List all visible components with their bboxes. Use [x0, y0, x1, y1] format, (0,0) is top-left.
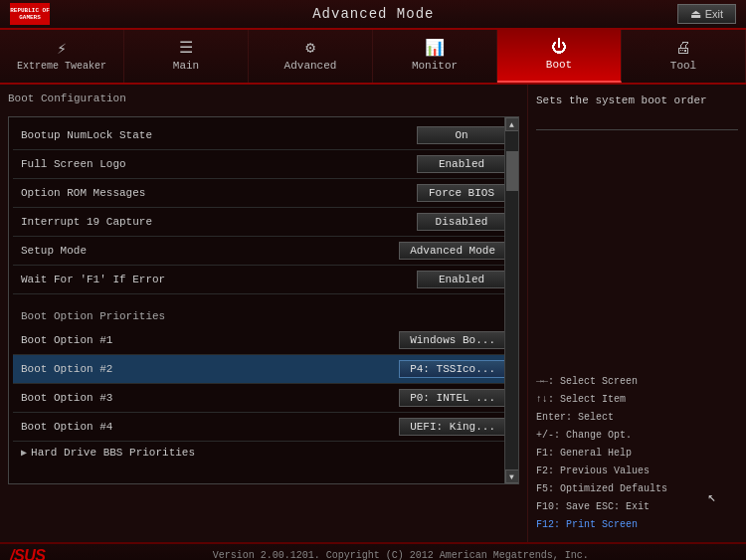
- help-text: Sets the system boot order: [536, 93, 738, 109]
- setting-label-interrupt: Interrupt 19 Capture: [21, 216, 152, 228]
- monitor-icon: 📊: [425, 41, 445, 57]
- setting-row-boot4[interactable]: Boot Option #4 UEFI: King...: [13, 413, 514, 442]
- setting-value-boot2[interactable]: P4: TSSIco...: [399, 360, 506, 378]
- tab-main-label: Main: [173, 60, 199, 72]
- setting-value-interrupt[interactable]: Disabled: [417, 213, 506, 231]
- tab-tool[interactable]: 🖨 Tool: [622, 30, 746, 83]
- setting-row-boot1[interactable]: Boot Option #1 Windows Bo...: [13, 326, 514, 355]
- exit-label: Exit: [705, 8, 723, 20]
- setting-label-boot2: Boot Option #2: [21, 363, 112, 375]
- setting-label-logo: Full Screen Logo: [21, 158, 126, 170]
- setting-label-rom: Option ROM Messages: [21, 187, 145, 199]
- main-content: Boot Configuration Bootup NumLock State …: [0, 85, 746, 542]
- settings-container: Bootup NumLock State On Full Screen Logo…: [8, 116, 519, 484]
- right-panel: Sets the system boot order →←: Select Sc…: [527, 85, 746, 542]
- top-bar: REPUBLIC OFGAMERS Advanced Mode ⏏ Exit: [0, 0, 746, 30]
- boot-icon: ⏻: [551, 40, 567, 56]
- tool-icon: 🖨: [675, 41, 691, 57]
- tab-monitor[interactable]: 📊 Monitor: [373, 30, 497, 83]
- help-divider: [536, 129, 738, 130]
- tab-main[interactable]: ☰ Main: [124, 30, 249, 83]
- tab-boot[interactable]: ⏻ Boot: [497, 30, 622, 83]
- version-text: Version 2.00.1201. Copyright (C) 2012 Am…: [65, 550, 736, 560]
- setting-value-setup-mode[interactable]: Advanced Mode: [399, 242, 506, 260]
- section-divider: [13, 294, 514, 304]
- bbs-row[interactable]: ▶ Hard Drive BBS Priorities: [13, 442, 514, 464]
- tab-advanced[interactable]: ⚙ Advanced: [249, 30, 373, 83]
- setting-label-numlock: Bootup NumLock State: [21, 129, 152, 141]
- setting-row-logo[interactable]: Full Screen Logo Enabled: [13, 150, 514, 179]
- main-icon: ☰: [179, 41, 193, 57]
- tab-tool-label: Tool: [670, 60, 696, 72]
- setting-value-f1-error[interactable]: Enabled: [417, 271, 506, 288]
- key-f2: F2: Previous Values: [536, 463, 738, 480]
- scroll-track: [505, 131, 518, 469]
- advanced-icon: ⚙: [305, 41, 315, 57]
- extreme-tweaker-icon: ⚡: [57, 42, 67, 58]
- section2-title: Boot Option Priorities: [13, 304, 514, 326]
- bbs-arrow-icon: ▶: [21, 447, 27, 459]
- tab-advanced-label: Advanced: [284, 60, 337, 72]
- setting-value-boot4[interactable]: UEFI: King...: [399, 418, 506, 436]
- tab-monitor-label: Monitor: [412, 60, 458, 72]
- setting-value-boot1[interactable]: Windows Bo...: [399, 331, 506, 349]
- setting-label-boot1: Boot Option #1: [21, 334, 112, 346]
- setting-value-boot3[interactable]: P0: INTEL ...: [399, 389, 506, 407]
- setting-value-numlock[interactable]: On: [417, 126, 506, 144]
- keys-section: →←: Select Screen ↑↓: Select Item Enter:…: [536, 373, 738, 534]
- key-enter: Enter: Select: [536, 409, 738, 427]
- section1-title: Boot Configuration: [8, 93, 519, 108]
- setting-value-logo[interactable]: Enabled: [417, 155, 506, 173]
- setting-label-boot3: Boot Option #3: [21, 392, 112, 404]
- setting-label-setup-mode: Setup Mode: [21, 245, 87, 257]
- setting-row-f1-error[interactable]: Wait For 'F1' If Error Enabled: [13, 266, 514, 294]
- cursor-indicator: ↖: [708, 488, 716, 505]
- scrollbar[interactable]: ▲ ▼: [504, 117, 518, 483]
- tab-boot-label: Boot: [546, 59, 572, 71]
- scroll-thumb[interactable]: [506, 151, 518, 191]
- setting-row-boot2[interactable]: Boot Option #2 P4: TSSIco...: [13, 355, 514, 384]
- setting-row-rom[interactable]: Option ROM Messages Force BIOS: [13, 179, 514, 208]
- asus-logo: /SUS: [10, 547, 45, 561]
- setting-value-rom[interactable]: Force BIOS: [417, 184, 506, 202]
- key-change-opt: +/-: Change Opt.: [536, 427, 738, 445]
- exit-button[interactable]: ⏏ Exit: [677, 4, 736, 24]
- nav-tabs: ⚡ Extreme Tweaker ☰ Main ⚙ Advanced 📊 Mo…: [0, 30, 746, 85]
- left-panel: Boot Configuration Bootup NumLock State …: [0, 85, 527, 542]
- key-select-screen: →←: Select Screen: [536, 373, 738, 391]
- setting-row-interrupt[interactable]: Interrupt 19 Capture Disabled: [13, 208, 514, 237]
- setting-label-boot4: Boot Option #4: [21, 421, 112, 433]
- exit-icon: ⏏: [690, 7, 701, 21]
- tab-extreme-tweaker-label: Extreme Tweaker: [17, 61, 106, 72]
- setting-row-setup-mode[interactable]: Setup Mode Advanced Mode: [13, 237, 514, 266]
- key-f12: F12: Print Screen: [536, 516, 738, 534]
- setting-row-boot3[interactable]: Boot Option #3 P0: INTEL ...: [13, 384, 514, 413]
- setting-row-numlock[interactable]: Bootup NumLock State On: [13, 121, 514, 150]
- bottom-bar: /SUS Version 2.00.1201. Copyright (C) 20…: [0, 542, 746, 560]
- rog-logo: REPUBLIC OFGAMERS: [10, 3, 50, 25]
- scroll-up-button[interactable]: ▲: [505, 117, 519, 131]
- rog-logo-icon: REPUBLIC OFGAMERS: [10, 3, 50, 25]
- setting-label-f1-error: Wait For 'F1' If Error: [21, 274, 165, 285]
- bbs-label: Hard Drive BBS Priorities: [31, 447, 195, 459]
- tab-extreme-tweaker[interactable]: ⚡ Extreme Tweaker: [0, 30, 124, 83]
- key-select-item: ↑↓: Select Item: [536, 391, 738, 409]
- scroll-down-button[interactable]: ▼: [505, 469, 519, 483]
- app-title: Advanced Mode: [70, 6, 677, 22]
- key-f1: F1: General Help: [536, 445, 738, 463]
